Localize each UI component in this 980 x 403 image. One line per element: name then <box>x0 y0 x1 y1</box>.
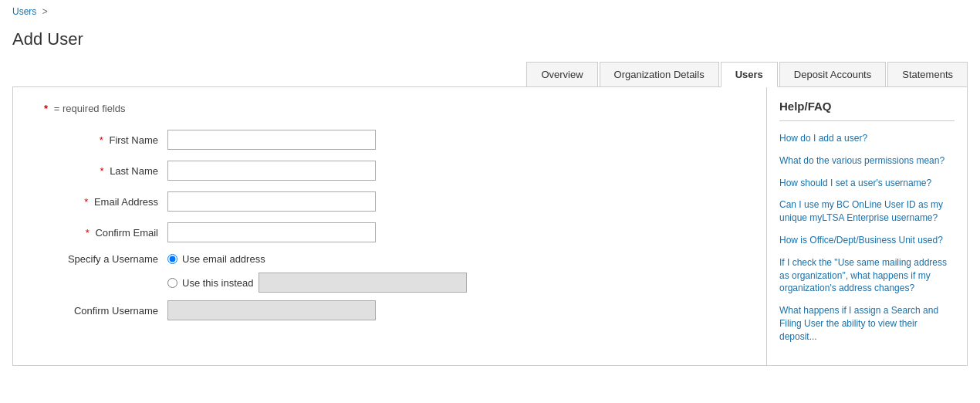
last-name-input[interactable] <box>167 161 376 181</box>
confirm-username-label: Confirm Username <box>44 305 167 317</box>
use-email-option: Use email address <box>167 253 265 265</box>
last-name-label: * Last Name <box>44 165 167 177</box>
breadcrumb-users-link[interactable]: Users <box>12 6 36 17</box>
confirm-email-input[interactable] <box>167 222 376 242</box>
last-name-asterisk: * <box>100 165 103 177</box>
email-asterisk: * <box>84 196 88 208</box>
required-asterisk: * <box>44 103 48 114</box>
confirm-username-row: Confirm Username <box>44 300 735 320</box>
username-email-row: Specify a Username Use email address <box>44 253 735 265</box>
confirm-email-label: * Confirm Email <box>44 227 167 239</box>
use-email-label: Use email address <box>182 253 265 265</box>
confirm-username-input[interactable] <box>167 300 376 320</box>
page-title: Add User <box>0 23 980 62</box>
email-address-row: * Email Address <box>44 191 735 212</box>
breadcrumb-separator: > <box>42 6 48 17</box>
required-note-text: = required fields <box>54 103 126 114</box>
last-name-row: * Last Name <box>44 161 735 181</box>
main-content: * = required fields * First Name * Last … <box>12 87 968 366</box>
email-address-label: * Email Address <box>44 196 167 208</box>
use-custom-label: Use this instead <box>182 277 254 289</box>
breadcrumb: Users > <box>0 0 980 23</box>
form-area: * = required fields * First Name * Last … <box>13 87 766 365</box>
sidebar: Help/FAQ How do I add a user? What do th… <box>766 87 967 365</box>
faq-link-2[interactable]: How should I set a user's username? <box>779 177 955 190</box>
tab-deposit-accounts[interactable]: Deposit Accounts <box>779 62 886 86</box>
tab-users[interactable]: Users <box>721 62 778 87</box>
required-note: * = required fields <box>44 103 735 114</box>
first-name-label: * First Name <box>44 134 167 146</box>
faq-link-5[interactable]: If I check the "Use same mailing address… <box>779 256 955 295</box>
first-name-asterisk: * <box>100 134 103 146</box>
faq-link-4[interactable]: How is Office/Dept/Business Unit used? <box>779 234 955 247</box>
username-custom-row: Use this instead <box>44 273 735 293</box>
username-section: Specify a Username Use email address Use… <box>44 253 735 320</box>
email-address-input[interactable] <box>167 191 376 212</box>
use-custom-option: Use this instead <box>167 273 467 293</box>
confirm-email-asterisk: * <box>86 227 90 239</box>
tab-statements[interactable]: Statements <box>887 62 968 86</box>
custom-username-input[interactable] <box>259 273 467 293</box>
tab-bar: Overview Organization Details Users Depo… <box>12 62 968 87</box>
tab-overview[interactable]: Overview <box>526 62 597 86</box>
first-name-row: * First Name <box>44 130 735 150</box>
tab-org-details[interactable]: Organization Details <box>600 62 719 86</box>
sidebar-title: Help/FAQ <box>779 100 955 121</box>
confirm-email-row: * Confirm Email <box>44 222 735 242</box>
faq-link-1[interactable]: What do the various permissions mean? <box>779 154 955 168</box>
faq-link-3[interactable]: Can I use my BC OnLine User ID as my uni… <box>779 198 955 225</box>
use-email-radio[interactable] <box>167 254 177 264</box>
username-section-label: Specify a Username <box>44 253 167 265</box>
use-custom-radio[interactable] <box>167 278 177 288</box>
faq-link-0[interactable]: How do I add a user? <box>779 132 955 145</box>
faq-link-6[interactable]: What happens if I assign a Search and Fi… <box>779 304 955 343</box>
first-name-input[interactable] <box>167 130 376 150</box>
